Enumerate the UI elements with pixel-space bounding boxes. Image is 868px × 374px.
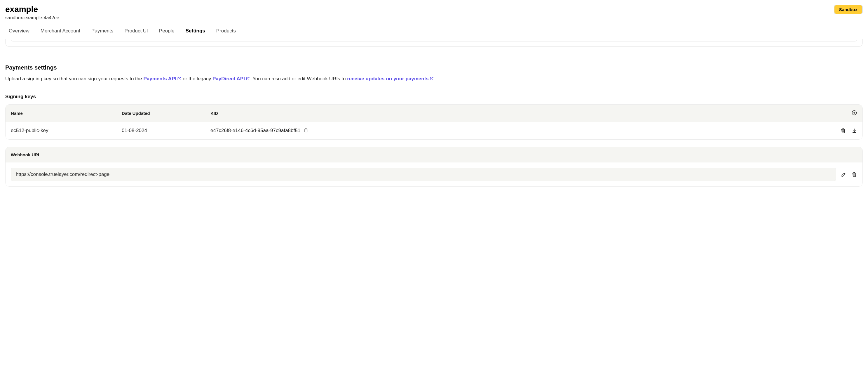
app-slug: sandbox-example-4a42ee [5, 15, 59, 21]
payments-settings-desc: Upload a signing key so that you can sig… [5, 75, 863, 83]
external-link-icon [177, 77, 181, 81]
previous-card-bottom [5, 39, 863, 47]
paydirect-api-link-text: PayDirect API [213, 76, 245, 82]
signing-keys-card: Name Date Updated KID ec512-public-key 0… [5, 104, 863, 140]
external-link-icon [246, 77, 250, 81]
desc-text-4: . [434, 76, 435, 82]
receive-updates-link-text: receive updates on your payments [347, 76, 429, 82]
payments-settings-title: Payments settings [5, 64, 863, 71]
col-date-updated: Date Updated [122, 111, 211, 116]
previous-inner-bottom [11, 37, 857, 41]
signing-keys-title: Signing keys [5, 94, 863, 99]
payments-settings-section: Payments settings Upload a signing key s… [0, 64, 868, 187]
webhook-header: Webhook URI [5, 147, 863, 163]
page-title: example [5, 5, 59, 14]
key-row-actions [828, 128, 857, 134]
desc-text-2: or the legacy [181, 76, 213, 82]
title-block: example sandbox-example-4a42ee [5, 5, 59, 21]
payments-api-link[interactable]: Payments API [143, 76, 181, 82]
add-key-button[interactable] [851, 110, 857, 116]
external-link-icon [430, 77, 434, 81]
signing-keys-header: Name Date Updated KID [5, 105, 863, 122]
webhook-card: Webhook URI [5, 147, 863, 187]
header: example sandbox-example-4a42ee Sandbox [0, 0, 868, 21]
svg-rect-3 [305, 129, 307, 132]
delete-key-button[interactable] [840, 128, 846, 134]
desc-text-3: . You can also add or edit Webhook URIs … [250, 76, 347, 82]
paydirect-api-link[interactable]: PayDirect API [213, 76, 250, 82]
copy-kid-button[interactable] [303, 128, 308, 133]
col-kid: KID [211, 111, 840, 116]
receive-updates-link[interactable]: receive updates on your payments [347, 76, 434, 82]
payments-api-link-text: Payments API [143, 76, 176, 82]
edit-webhook-button[interactable] [841, 172, 847, 177]
desc-text-1: Upload a signing key so that you can sig… [5, 76, 143, 82]
tabs: Overview Merchant Account Payments Produ… [0, 21, 868, 39]
webhook-uri-input[interactable] [11, 168, 836, 181]
add-key-cell [840, 110, 857, 117]
sandbox-badge[interactable]: Sandbox [834, 5, 863, 14]
key-kid: e47c26f8-e146-4c6d-95aa-97c9afa8bf51 [211, 128, 300, 134]
key-kid-cell: e47c26f8-e146-4c6d-95aa-97c9afa8bf51 [211, 128, 828, 134]
delete-webhook-button[interactable] [851, 172, 857, 177]
col-name: Name [11, 111, 122, 116]
signing-key-row: ec512-public-key 01-08-2024 e47c26f8-e14… [5, 122, 863, 139]
key-name: ec512-public-key [11, 128, 122, 134]
download-key-button[interactable] [851, 128, 857, 134]
webhook-body [5, 163, 863, 186]
key-date-updated: 01-08-2024 [122, 128, 211, 134]
